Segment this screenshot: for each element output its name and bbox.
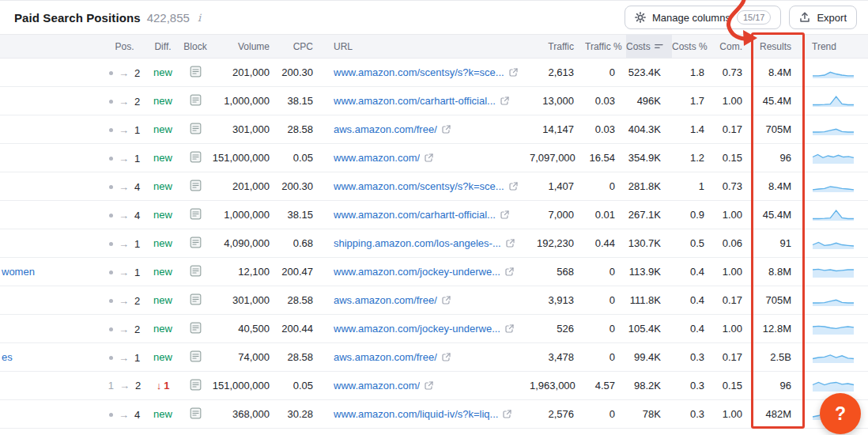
url-link[interactable]: shipping.amazon.com/los-angeles-... xyxy=(334,237,515,249)
trend-sparkline xyxy=(812,263,855,278)
trend-sparkline xyxy=(812,206,855,221)
keyword-link[interactable]: women xyxy=(2,266,35,278)
cell-cpc: 28.58 xyxy=(281,115,324,144)
column-header-costs-pct[interactable]: Costs % xyxy=(672,35,715,59)
cell-keyword xyxy=(0,286,103,315)
cell-trend xyxy=(802,258,868,286)
block-ad-icon xyxy=(190,66,202,78)
url-link[interactable]: www.amazon.com/carhartt-official... xyxy=(334,209,509,221)
trend-sparkline xyxy=(812,120,855,136)
cell-costs: 523.4K xyxy=(626,59,672,87)
column-header-pos[interactable]: Pos. xyxy=(103,35,146,59)
cell-keyword xyxy=(0,172,103,201)
diff-new-badge: new xyxy=(153,323,172,335)
url-link[interactable]: www.amazon.com/liquid-iv/s?k=liq... xyxy=(334,408,511,420)
cell-block[interactable] xyxy=(179,343,211,372)
trend-sparkline xyxy=(812,348,855,364)
cell-url: aws.amazon.com/free/ xyxy=(324,286,530,315)
column-header-block[interactable]: Block xyxy=(179,35,211,59)
cell-costs-pct: 1.7 xyxy=(672,87,715,115)
cell-block[interactable] xyxy=(179,286,211,315)
url-link[interactable]: www.amazon.com/scentsy/s?k=sce... xyxy=(334,180,518,192)
external-link-icon xyxy=(503,410,511,418)
cell-block[interactable] xyxy=(179,229,211,258)
column-header-traffic[interactable]: Traffic xyxy=(530,35,585,59)
cell-block[interactable] xyxy=(179,172,211,201)
url-link[interactable]: www.amazon.com/jockey-underwe... xyxy=(334,323,514,335)
cell-costs-pct: 1.8 xyxy=(672,59,715,87)
cell-keyword xyxy=(0,144,103,172)
manage-columns-button[interactable]: Manage columns 15/17 xyxy=(625,6,782,29)
cell-block[interactable] xyxy=(179,258,211,286)
url-link[interactable]: www.amazon.com/carhartt-official... xyxy=(334,95,509,107)
cell-results: 705M xyxy=(753,115,802,144)
column-header-com[interactable]: Com. xyxy=(715,35,753,59)
diff-new-badge: new xyxy=(153,266,172,278)
cell-traffic: 7,000 xyxy=(530,201,585,229)
cell-diff: new xyxy=(146,201,179,229)
cell-costs-pct: 0.3 xyxy=(672,372,715,400)
cell-traffic-pct: 0 xyxy=(585,286,626,315)
cell-block[interactable] xyxy=(179,372,211,400)
table-row: →2 new 201,000 200.30 www.amazon.com/sce… xyxy=(0,59,868,87)
url-link[interactable]: www.amazon.com/scentsy/s?k=sce... xyxy=(334,66,518,78)
url-link[interactable]: aws.amazon.com/free/ xyxy=(334,351,451,363)
cell-position: 1→2 xyxy=(103,372,146,400)
info-icon[interactable]: i xyxy=(196,12,202,24)
cell-results: 2.5B xyxy=(753,343,802,372)
table-row: →2 new 1,000,000 38.15 www.amazon.com/ca… xyxy=(0,87,868,115)
cell-traffic: 3,478 xyxy=(530,343,585,372)
cell-url: www.amazon.com/jockey-underwe... xyxy=(324,315,530,343)
cell-block[interactable] xyxy=(179,59,211,87)
cell-block[interactable] xyxy=(179,315,211,343)
cell-com: 1.00 xyxy=(715,315,753,343)
cell-url: www.amazon.com/carhartt-official... xyxy=(324,87,530,115)
cell-traffic: 7,097,000 xyxy=(530,144,585,172)
column-header-traffic-pct[interactable]: Traffic % xyxy=(585,35,626,59)
column-header-volume[interactable]: Volume xyxy=(211,35,281,59)
url-link[interactable]: aws.amazon.com/free/ xyxy=(334,123,451,135)
cell-position: →4 xyxy=(103,172,146,201)
cell-costs: 111.8K xyxy=(626,286,672,315)
cell-block[interactable] xyxy=(179,400,211,429)
url-link[interactable]: www.amazon.com/jockey-underwe... xyxy=(334,266,514,278)
column-header-cpc[interactable]: CPC xyxy=(281,35,324,59)
cell-keyword xyxy=(0,59,103,87)
column-header-keyword xyxy=(0,35,103,59)
block-ad-icon xyxy=(190,236,202,248)
cell-traffic-pct: 0 xyxy=(585,172,626,201)
url-link[interactable]: aws.amazon.com/free/ xyxy=(334,294,451,306)
url-link[interactable]: www.amazon.com/ xyxy=(334,380,433,392)
trend-sparkline xyxy=(812,234,855,250)
cell-volume: 368,000 xyxy=(211,400,281,429)
cell-costs-pct: 1.2 xyxy=(672,144,715,172)
cell-diff: new xyxy=(146,229,179,258)
cell-url: www.amazon.com/jockey-underwe... xyxy=(324,258,530,286)
cell-url: www.amazon.com/scentsy/s?k=sce... xyxy=(324,59,530,87)
column-header-diff[interactable]: Diff. xyxy=(146,35,179,59)
column-header-costs[interactable]: Costs xyxy=(626,35,672,59)
cell-position: →2 xyxy=(103,315,146,343)
column-header-results[interactable]: Results xyxy=(753,35,802,59)
cell-block[interactable] xyxy=(179,201,211,229)
column-header-trend: Trend xyxy=(802,35,868,59)
no-previous-position-dot xyxy=(109,71,113,75)
help-button[interactable]: ? xyxy=(820,393,861,434)
url-link[interactable]: www.amazon.com/ xyxy=(334,152,433,164)
cell-block[interactable] xyxy=(179,115,211,144)
cell-trend xyxy=(802,87,868,115)
cell-traffic: 14,147 xyxy=(530,115,585,144)
table-row: women →1 new 12,100 200.47 www.amazon.co… xyxy=(0,258,868,286)
export-button[interactable]: Export xyxy=(789,6,857,29)
cell-block[interactable] xyxy=(179,87,211,115)
keyword-link[interactable]: es xyxy=(2,351,13,363)
external-link-icon xyxy=(500,210,509,219)
table-row: →1 new 4,090,000 0.68 shipping.amazon.co… xyxy=(0,229,868,258)
table-row: →2 new 301,000 28.58 aws.amazon.com/free… xyxy=(0,286,868,315)
table-row: →4 new 1,000,000 38.15 www.amazon.com/ca… xyxy=(0,201,868,229)
column-header-url[interactable]: URL xyxy=(324,35,530,59)
cell-url: www.amazon.com/carhartt-official... xyxy=(324,201,530,229)
current-position: 2 xyxy=(135,380,141,392)
cell-com: 0.17 xyxy=(715,286,753,315)
cell-block[interactable] xyxy=(179,144,211,172)
